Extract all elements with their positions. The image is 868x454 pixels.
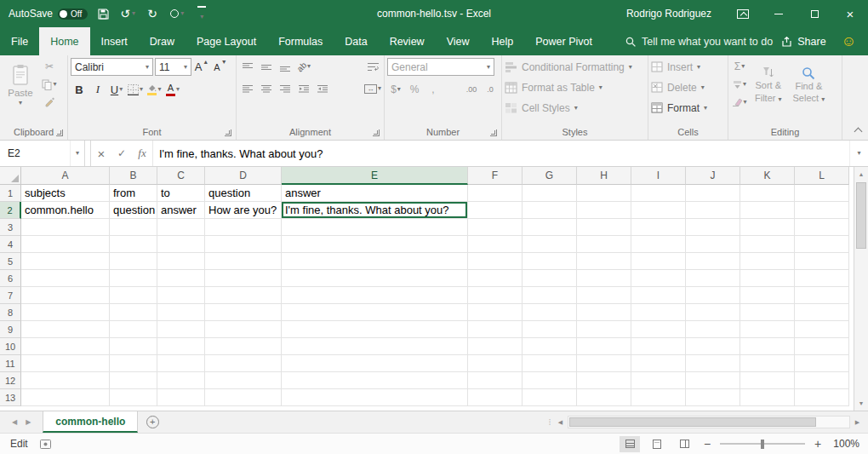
touch-mouse-mode-button[interactable]: ▾	[168, 3, 186, 24]
row-header-13[interactable]: 13	[0, 389, 21, 406]
cell-L10[interactable]	[795, 338, 849, 355]
page-layout-view-button[interactable]	[647, 436, 667, 452]
cell-H3[interactable]	[577, 219, 631, 236]
top-align-button[interactable]	[239, 58, 256, 75]
collapse-ribbon-button[interactable]	[855, 129, 861, 135]
cell-D1[interactable]: question	[205, 185, 282, 202]
formula-input[interactable]: I'm fine, thanks. What about you?	[152, 141, 849, 166]
formula-bar-expand-button[interactable]: ▾	[849, 141, 868, 166]
cell-B1[interactable]: from	[110, 185, 157, 202]
cell-F11[interactable]	[468, 355, 523, 372]
fill-color-button[interactable]: ▾	[146, 81, 163, 98]
cell-J8[interactable]	[686, 304, 740, 321]
cell-B8[interactable]	[110, 304, 157, 321]
cell-L7[interactable]	[795, 287, 849, 304]
column-header-L[interactable]: L	[795, 167, 849, 185]
sheet-nav-left-button[interactable]: ◀	[12, 418, 17, 426]
tab-scrollbar-splitter[interactable]: ⁞	[546, 411, 553, 433]
font-name-combo[interactable]: Calibri▾	[71, 58, 153, 76]
tell-me-box[interactable]: Tell me what you want to do	[625, 27, 773, 55]
cell-J2[interactable]	[686, 202, 740, 219]
align-left-button[interactable]	[239, 80, 256, 97]
ribbon-tab-help[interactable]: Help	[481, 27, 525, 55]
accounting-format-button[interactable]: $▾	[387, 81, 404, 98]
cell-E13[interactable]	[282, 389, 468, 406]
column-header-G[interactable]: G	[523, 167, 577, 185]
cell-L13[interactable]	[795, 389, 849, 406]
cell-J1[interactable]	[686, 185, 740, 202]
decrease-font-size-button[interactable]: A▼	[212, 59, 229, 76]
select-all-button[interactable]	[0, 167, 21, 185]
cell-G12[interactable]	[523, 372, 577, 389]
decrease-indent-button[interactable]	[295, 80, 312, 97]
number-format-combo[interactable]: General▾	[387, 58, 494, 76]
cell-L2[interactable]	[795, 202, 849, 219]
cell-C6[interactable]	[157, 270, 205, 287]
cell-D2[interactable]: How are you?	[205, 202, 282, 219]
increase-indent-button[interactable]	[314, 80, 331, 97]
insert-cells-button[interactable]: Insert▾	[651, 58, 725, 76]
cell-A1[interactable]: subjects	[21, 185, 110, 202]
row-header-3[interactable]: 3	[0, 219, 21, 236]
clear-button[interactable]: ▾	[731, 94, 748, 111]
cell-K11[interactable]	[740, 355, 795, 372]
cell-H12[interactable]	[577, 372, 631, 389]
cell-F4[interactable]	[468, 236, 523, 253]
horizontal-scrollbar[interactable]: ◀ ▶	[553, 411, 868, 433]
cell-F12[interactable]	[468, 372, 523, 389]
user-name[interactable]: Rodrigo Rodriguez	[626, 8, 711, 20]
cell-H8[interactable]	[577, 304, 631, 321]
cell-J9[interactable]	[686, 321, 740, 338]
column-header-H[interactable]: H	[577, 167, 631, 185]
cell-A8[interactable]	[21, 304, 110, 321]
cell-E3[interactable]	[282, 219, 468, 236]
cell-C3[interactable]	[157, 219, 205, 236]
cell-F9[interactable]	[468, 321, 523, 338]
cell-A4[interactable]	[21, 236, 110, 253]
cell-B12[interactable]	[110, 372, 157, 389]
cell-D7[interactable]	[205, 287, 282, 304]
cell-J5[interactable]	[686, 253, 740, 270]
row-header-11[interactable]: 11	[0, 355, 21, 372]
ribbon-tab-page-layout[interactable]: Page Layout	[186, 27, 267, 55]
underline-button[interactable]: U▾	[108, 81, 125, 98]
cell-C9[interactable]	[157, 321, 205, 338]
cell-G2[interactable]	[523, 202, 577, 219]
cell-K4[interactable]	[740, 236, 795, 253]
number-dialog-launcher[interactable]	[490, 129, 497, 136]
cell-A10[interactable]	[21, 338, 110, 355]
column-header-A[interactable]: A	[21, 167, 110, 185]
row-header-8[interactable]: 8	[0, 304, 21, 321]
percent-style-button[interactable]: %	[406, 81, 423, 98]
conditional-formatting-button[interactable]: Conditional Formatting▾	[505, 58, 645, 76]
italic-button[interactable]: I	[89, 81, 106, 98]
cell-E11[interactable]	[282, 355, 468, 372]
ribbon-tab-draw[interactable]: Draw	[139, 27, 186, 55]
cell-B5[interactable]	[110, 253, 157, 270]
row-header-7[interactable]: 7	[0, 287, 21, 304]
cell-F13[interactable]	[468, 389, 523, 406]
cell-F10[interactable]	[468, 338, 523, 355]
vertical-scrollbar[interactable]: ▲ ▼	[854, 167, 868, 411]
cell-E1[interactable]: answer	[282, 185, 468, 202]
ribbon-display-options-button[interactable]	[725, 0, 761, 27]
cell-D11[interactable]	[205, 355, 282, 372]
cell-H13[interactable]	[577, 389, 631, 406]
column-header-F[interactable]: F	[468, 167, 523, 185]
row-header-6[interactable]: 6	[0, 270, 21, 287]
cell-B10[interactable]	[110, 338, 157, 355]
cell-H1[interactable]	[577, 185, 631, 202]
borders-button[interactable]: ▾	[127, 81, 144, 98]
zoom-level[interactable]: 100%	[831, 438, 859, 450]
cell-D9[interactable]	[205, 321, 282, 338]
cell-I3[interactable]	[631, 219, 686, 236]
cell-E10[interactable]	[282, 338, 468, 355]
cell-A7[interactable]	[21, 287, 110, 304]
cell-A6[interactable]	[21, 270, 110, 287]
close-button[interactable]: ×	[832, 0, 868, 27]
cell-G4[interactable]	[523, 236, 577, 253]
merge-center-button[interactable]: ↔▾	[364, 80, 381, 97]
decrease-decimal-button[interactable]: .0	[482, 81, 499, 98]
cell-G11[interactable]	[523, 355, 577, 372]
ribbon-tab-formulas[interactable]: Formulas	[267, 27, 334, 55]
